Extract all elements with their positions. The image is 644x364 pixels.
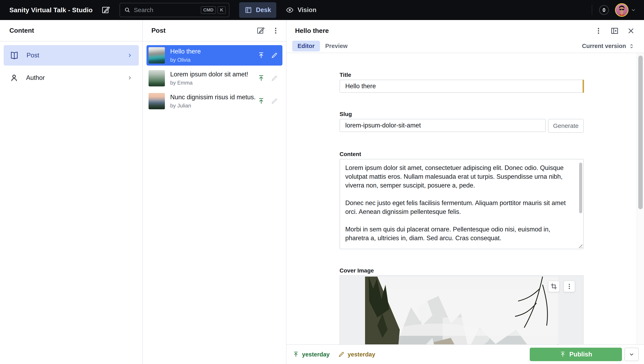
sidebar-item-post[interactable]: Post bbox=[4, 45, 139, 66]
changed-indicator-bar bbox=[582, 80, 584, 93]
post-byline: by Olivia bbox=[170, 57, 255, 63]
publish-button-label: Publish bbox=[569, 351, 592, 358]
create-new-post-button[interactable] bbox=[256, 26, 265, 35]
eye-icon bbox=[286, 6, 294, 14]
published-timestamp[interactable]: yesterday bbox=[292, 351, 330, 358]
cover-image-field-label: Cover Image bbox=[340, 268, 584, 274]
new-document-button[interactable] bbox=[101, 6, 110, 15]
document-scrollbar[interactable] bbox=[637, 53, 644, 344]
document-list-pane: Post bbox=[143, 20, 286, 364]
post-thumbnail bbox=[148, 93, 165, 109]
notifications-count-badge[interactable]: 0 bbox=[599, 5, 609, 15]
tool-desk-button[interactable]: Desk bbox=[239, 2, 276, 18]
slug-field-label: Slug bbox=[340, 111, 584, 117]
publish-icon bbox=[560, 351, 566, 358]
post-list: Hello there by Olivia bbox=[143, 42, 286, 115]
studio-app: Sanity Virtual Talk - Studio Search CMD … bbox=[0, 0, 644, 364]
cover-image-menu-button[interactable] bbox=[564, 281, 575, 292]
list-item[interactable]: Nunc dignissim risus id metus. by Julian bbox=[146, 91, 282, 111]
publish-options-button[interactable] bbox=[624, 348, 639, 361]
vision-label: Vision bbox=[298, 6, 316, 14]
chevron-down-icon bbox=[630, 7, 636, 13]
slug-row: Generate bbox=[340, 119, 584, 133]
post-texts: Nunc dignissim risus id metus. by Julian bbox=[170, 94, 255, 109]
compose-icon bbox=[101, 6, 110, 15]
post-byline: by Emma bbox=[170, 80, 255, 86]
title-field-label: Title bbox=[340, 72, 584, 78]
document-header: Hello there bbox=[286, 20, 644, 42]
main-area: Content Post bbox=[0, 20, 644, 364]
slug-input[interactable] bbox=[340, 119, 545, 132]
sidebar-item-author[interactable]: Author bbox=[4, 68, 139, 88]
document-menu-button[interactable] bbox=[594, 27, 602, 35]
post-texts: Hello there by Olivia bbox=[170, 48, 255, 63]
document-form-scroll-area: Title Slug bbox=[286, 53, 644, 344]
post-title: Hello there bbox=[170, 48, 255, 55]
sidebar-header: Content bbox=[0, 20, 142, 42]
navbar-divider bbox=[592, 5, 592, 15]
edited-status-icon bbox=[338, 351, 345, 358]
sidebar-item-label: Post bbox=[26, 52, 127, 59]
search-icon bbox=[124, 7, 130, 13]
list-item[interactable]: Lorem ipsum dolor sit amet! by Emma bbox=[146, 68, 282, 89]
published-status-icon bbox=[258, 52, 265, 59]
shortcut-cmd-key: CMD bbox=[201, 6, 216, 14]
cover-image bbox=[365, 277, 558, 344]
sidebar-title: Content bbox=[10, 27, 34, 34]
published-status-icon bbox=[258, 97, 265, 105]
document-form: Title Slug bbox=[340, 53, 584, 344]
edited-status-icon bbox=[271, 75, 278, 82]
edited-status-icon bbox=[271, 98, 278, 105]
crop-icon bbox=[550, 283, 557, 290]
post-byline: by Julian bbox=[170, 103, 255, 109]
generate-slug-button[interactable]: Generate bbox=[548, 119, 584, 133]
crop-image-button[interactable] bbox=[548, 281, 560, 292]
close-pane-button[interactable] bbox=[627, 27, 635, 35]
title-input-box bbox=[340, 80, 584, 93]
edited-status-icon bbox=[271, 52, 278, 59]
field-cover-image: Cover Image bbox=[340, 268, 584, 344]
publish-button[interactable]: Publish bbox=[530, 348, 622, 361]
document-title: Hello there bbox=[295, 27, 587, 35]
tab-editor[interactable]: Editor bbox=[292, 41, 320, 52]
content-field-label: Content bbox=[340, 151, 584, 157]
workspace-title: Sanity Virtual Talk - Studio bbox=[10, 6, 93, 14]
list-item[interactable]: Hello there by Olivia bbox=[146, 45, 282, 66]
top-navbar: Sanity Virtual Talk - Studio Search CMD … bbox=[0, 0, 644, 20]
tool-vision-button[interactable]: Vision bbox=[280, 2, 322, 18]
version-label: Current version bbox=[582, 43, 626, 50]
cover-image-box bbox=[340, 275, 584, 344]
book-icon bbox=[10, 51, 19, 60]
content-paragraph: Morbi in sem quis dui placerat ornare. P… bbox=[345, 225, 571, 242]
close-icon bbox=[627, 27, 635, 35]
field-title: Title bbox=[340, 72, 584, 93]
search-placeholder: Search bbox=[134, 7, 199, 14]
desk-label: Desk bbox=[256, 6, 271, 14]
content-sidebar: Content Post bbox=[0, 20, 143, 364]
textarea-scrollbar-thumb[interactable] bbox=[579, 163, 582, 213]
document-editor-pane: Hello there bbox=[286, 20, 644, 364]
chevron-down-icon bbox=[628, 351, 634, 357]
user-menu[interactable] bbox=[615, 3, 636, 17]
list-pane-menu-button[interactable] bbox=[272, 27, 280, 35]
sort-chevrons-icon bbox=[628, 43, 634, 49]
document-scrollbar-thumb[interactable] bbox=[638, 56, 643, 209]
published-status-icon bbox=[258, 75, 265, 82]
kebab-menu-icon bbox=[566, 283, 573, 290]
shortcut-k-key: K bbox=[218, 6, 226, 14]
edited-timestamp[interactable]: yesterday bbox=[338, 351, 375, 358]
tab-preview[interactable]: Preview bbox=[320, 41, 353, 52]
content-paragraph: Donec nec justo eget felis facilisis fer… bbox=[345, 199, 571, 216]
split-pane-add-icon bbox=[610, 26, 619, 35]
published-time-label: yesterday bbox=[302, 351, 330, 358]
split-pane-button[interactable] bbox=[610, 26, 619, 35]
global-search[interactable]: Search CMD K bbox=[120, 3, 229, 17]
post-thumbnail bbox=[148, 70, 165, 86]
title-input[interactable] bbox=[340, 80, 583, 92]
person-icon bbox=[10, 74, 18, 82]
chevron-right-icon bbox=[127, 53, 133, 58]
desk-panes-icon bbox=[244, 6, 252, 14]
content-textarea[interactable]: Lorem ipsum dolor sit amet, consectetuer… bbox=[340, 159, 584, 249]
version-selector[interactable]: Current version bbox=[582, 43, 634, 50]
content-text: Lorem ipsum dolor sit amet, consectetuer… bbox=[340, 159, 583, 249]
